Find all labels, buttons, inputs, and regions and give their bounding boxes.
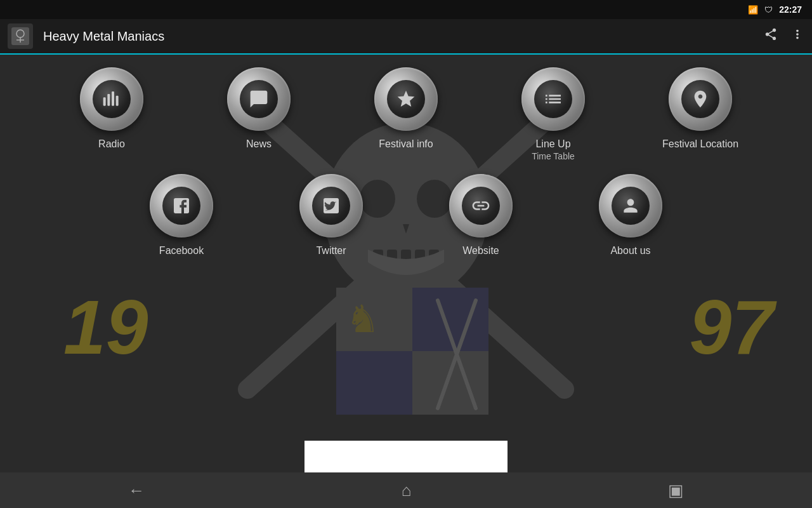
website-button[interactable]: Website [424, 174, 538, 257]
app-logo [8, 23, 33, 49]
svg-rect-24 [112, 91, 114, 106]
festival-location-button[interactable]: Festival Location [643, 67, 757, 150]
lineup-label: Line Up [535, 138, 570, 150]
svg-rect-23 [107, 94, 110, 106]
app-title: Heavy Metal Maniacs [43, 29, 751, 44]
svg-rect-17 [336, 351, 412, 415]
grid-row-2: Facebook Twitter Website [38, 174, 774, 257]
share-icon[interactable] [764, 27, 778, 45]
main-content: Radio News Festival info [0, 55, 812, 282]
status-time: 22:27 [779, 4, 802, 15]
news-button[interactable]: News [202, 67, 316, 150]
about-us-label: About us [610, 245, 650, 257]
svg-rect-25 [116, 96, 119, 106]
facebook-button[interactable]: Facebook [124, 174, 239, 257]
wifi-icon: 📶 [748, 5, 758, 15]
festival-info-label: Festival info [379, 138, 433, 150]
recents-button[interactable]: ▣ [668, 481, 684, 500]
home-button[interactable]: ⌂ [402, 481, 412, 500]
grid-row-1: Radio News Festival info [38, 67, 774, 161]
website-label: Website [462, 245, 499, 257]
news-label: News [246, 138, 272, 150]
radio-button[interactable]: Radio [55, 67, 169, 150]
twitter-button[interactable]: Twitter [274, 174, 388, 257]
about-us-button[interactable]: About us [573, 174, 688, 257]
facebook-label: Facebook [159, 245, 204, 257]
lineup-button[interactable]: Line Up Time Table [496, 67, 610, 161]
svg-text:♞: ♞ [346, 298, 380, 340]
year-left: 19 [63, 283, 148, 371]
more-menu-icon[interactable] [790, 27, 804, 45]
year-right: 97 [690, 283, 774, 371]
app-bar: Heavy Metal Maniacs [0, 19, 812, 55]
nav-bar: ← ⌂ ▣ [0, 472, 812, 508]
shield-icon: 🛡 [764, 5, 773, 15]
radio-label: Radio [98, 138, 125, 150]
svg-rect-18 [412, 351, 488, 415]
twitter-label: Twitter [316, 245, 346, 257]
festival-info-button[interactable]: Festival info [349, 67, 463, 150]
status-bar: 📶 🛡 22:27 [0, 0, 812, 19]
lineup-sublabel: Time Table [532, 151, 575, 161]
svg-rect-22 [103, 97, 106, 105]
banner-ad [304, 441, 508, 472]
festival-location-label: Festival Location [662, 138, 738, 150]
back-button[interactable]: ← [128, 481, 145, 500]
